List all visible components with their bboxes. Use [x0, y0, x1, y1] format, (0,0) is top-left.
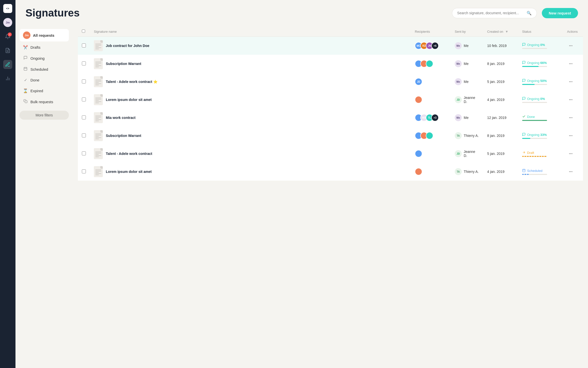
row-checkbox-cell: [78, 109, 90, 127]
sender-name: Me: [464, 80, 468, 84]
row-checkbox[interactable]: [82, 43, 86, 47]
new-request-button[interactable]: New request: [542, 8, 578, 18]
table-row[interactable]: Lorem ipsum dolor sit amet TA Thierry A.…: [78, 163, 583, 181]
header: Signatures 🔍 New request: [15, 0, 588, 24]
nav-analytics[interactable]: [3, 74, 12, 83]
status-icon: [522, 97, 526, 101]
row-status-cell: Ongoing 50%: [518, 73, 563, 91]
table-row[interactable]: Subscription Warrant TA Thierry A. 8 jan…: [78, 127, 583, 145]
status-text: Scheduled: [527, 169, 542, 173]
table-row[interactable]: Subscription Warrant Me Me 8 jan. 2019 O…: [78, 55, 583, 73]
row-checkbox[interactable]: [82, 169, 86, 173]
sidebar-item-bulk[interactable]: Bulk requests: [19, 97, 69, 107]
status-icon: [522, 115, 526, 119]
sidebar-item-done[interactable]: ✓ Done: [19, 75, 69, 85]
row-name-cell: Talent - Adele work contract ⭐: [90, 73, 411, 91]
doc-cell: Lorem ipsum dolor sit amet: [94, 94, 407, 105]
nav-notifications[interactable]: 2: [3, 32, 12, 41]
row-checkbox[interactable]: [82, 115, 86, 119]
sidebar-item-expired[interactable]: ⌛ Expired: [19, 86, 69, 96]
table-row[interactable]: Job contract for John Doe MCRZJN+6 Me Me…: [78, 37, 583, 55]
table-row[interactable]: Talent - Adele work contract ⭐ JD Me Me …: [78, 73, 583, 91]
user-avatar[interactable]: Jm: [3, 18, 12, 27]
sidebar-item-drafts-label: Drafts: [30, 45, 40, 49]
row-checkbox-cell: [78, 91, 90, 109]
th-created-on[interactable]: Created on ▼: [483, 26, 518, 37]
sidebar-item-all-requests-label: All requests: [33, 33, 54, 37]
row-checkbox[interactable]: [82, 61, 86, 65]
select-all-checkbox[interactable]: [82, 29, 85, 33]
status-label: Scheduled: [522, 169, 559, 173]
row-checkbox[interactable]: [82, 133, 86, 137]
nav-signatures[interactable]: [3, 60, 12, 69]
status-icon: [522, 169, 526, 173]
row-date-cell: 5 jan. 2019: [483, 73, 518, 91]
actions-menu-button[interactable]: •••: [567, 96, 575, 103]
row-checkbox[interactable]: [82, 79, 86, 83]
row-status-cell: Ongoing 33%: [518, 127, 563, 145]
actions-menu-button[interactable]: •••: [567, 42, 575, 49]
table-area: Signature name Recipients Sent by Create…: [73, 24, 588, 368]
actions-menu-button[interactable]: •••: [567, 132, 575, 139]
sender-avatar: Me: [455, 60, 462, 67]
actions-menu-button[interactable]: •••: [567, 114, 575, 121]
row-actions-cell: •••: [563, 145, 583, 163]
sidebar-item-all-requests[interactable]: Jm All requests: [19, 29, 69, 41]
sidebar-item-ongoing[interactable]: Ongoing: [19, 53, 69, 63]
actions-menu-button[interactable]: •••: [567, 60, 575, 67]
doc-name: Talent - Adele work contract: [106, 152, 152, 156]
row-checkbox[interactable]: [82, 97, 86, 101]
table-row[interactable]: Mia work contract MSTL+3 Me Me 12 jan. 2…: [78, 109, 583, 127]
doc-cell: Talent - Adele work contract: [94, 148, 407, 159]
actions-menu-button[interactable]: •••: [567, 168, 575, 175]
row-date-cell: 5 jan. 2019: [483, 145, 518, 163]
row-date-cell: 12 jan. 2019: [483, 109, 518, 127]
doc-cell: Talent - Adele work contract ⭐: [94, 76, 407, 87]
actions-menu-button[interactable]: •••: [567, 150, 575, 157]
row-sender-cell: JD Jeanne D.: [451, 145, 483, 163]
row-actions-cell: •••: [563, 127, 583, 145]
row-checkbox-cell: [78, 37, 90, 55]
doc-thumbnail: [94, 94, 103, 105]
status-text: Ongoing 0%: [527, 97, 545, 101]
sidebar-item-scheduled[interactable]: Scheduled: [19, 64, 69, 74]
actions-menu-button[interactable]: •••: [567, 78, 575, 85]
status-text: Ongoing 50%: [527, 79, 547, 83]
recipient-avatar: [426, 60, 433, 67]
sender-avatar: Me: [455, 42, 462, 49]
recipients-avatars: [415, 132, 447, 139]
nav-documents[interactable]: [3, 46, 12, 55]
row-date-cell: 8 jan. 2019: [483, 55, 518, 73]
row-checkbox[interactable]: [82, 151, 86, 155]
sidebar-item-drafts[interactable]: ✂️ Drafts: [19, 42, 69, 52]
row-recipients-cell: MSTL+3: [411, 109, 451, 127]
doc-thumbnail: [94, 40, 103, 51]
more-filters-button[interactable]: More filters: [19, 111, 69, 120]
row-status-cell: Scheduled: [518, 163, 563, 181]
table-row[interactable]: Talent - Adele work contract JD Jeanne D…: [78, 145, 583, 163]
status-text: Ongoing 0%: [527, 43, 545, 47]
search-input[interactable]: [457, 11, 524, 15]
doc-name: Talent - Adele work contract ⭐: [106, 80, 157, 84]
sort-icon: ▼: [505, 30, 508, 33]
doc-thumbnail: [94, 76, 103, 87]
sidebar-item-ongoing-label: Ongoing: [30, 56, 45, 60]
th-signature-name: Signature name: [90, 26, 411, 37]
row-name-cell: Talent - Adele work contract: [90, 145, 411, 163]
search-bar[interactable]: 🔍: [452, 8, 537, 18]
doc-thumbnail: [94, 130, 103, 141]
hourglass-icon: ⌛: [23, 88, 28, 93]
recipient-avatar: [415, 168, 422, 175]
row-recipients-cell: MCRZJN+6: [411, 37, 451, 55]
row-recipients-cell: [411, 91, 451, 109]
th-actions: Actions: [563, 26, 583, 37]
table-row[interactable]: Lorem ipsum dolor sit amet JD Jeanne D. …: [78, 91, 583, 109]
row-actions-cell: •••: [563, 109, 583, 127]
doc-cell: Subscription Warrant: [94, 130, 407, 141]
row-sender-cell: Me Me: [451, 37, 483, 55]
doc-thumbnail: [94, 148, 103, 159]
svg-rect-6: [24, 67, 27, 70]
sender-cell: TA Thierry A.: [455, 132, 479, 139]
row-actions-cell: •••: [563, 55, 583, 73]
sidebar-item-expired-label: Expired: [30, 89, 43, 93]
